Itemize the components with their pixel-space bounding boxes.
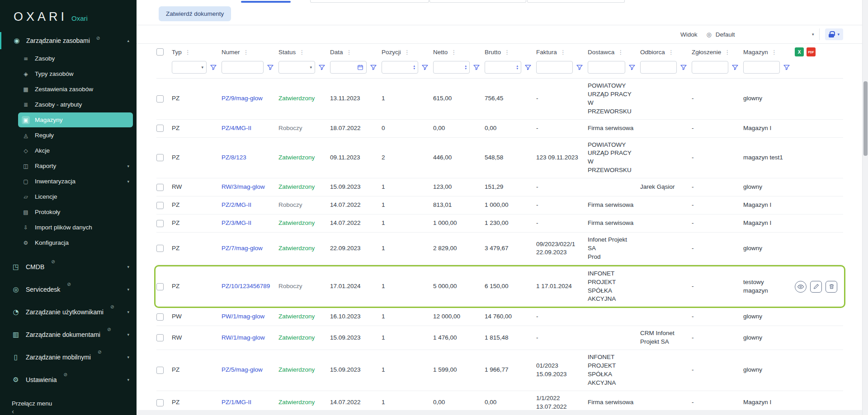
filter-funnel-icon[interactable] [421, 64, 429, 71]
row-checkbox[interactable] [156, 220, 164, 227]
tab-fragment[interactable] [310, 0, 429, 3]
column-menu-icon[interactable]: ⋮ [346, 49, 352, 56]
column-header-magazyn[interactable]: Magazyn⋮ [743, 49, 795, 56]
column-menu-icon[interactable]: ⋮ [668, 49, 674, 56]
filter-select-status[interactable]: ▾ [278, 61, 315, 74]
column-menu-icon[interactable]: ⋮ [299, 49, 305, 56]
column-header-brutto[interactable]: Brutto⋮ [485, 49, 536, 56]
edit-icon[interactable] [810, 281, 822, 293]
column-header-netto[interactable]: Netto⋮ [433, 49, 485, 56]
row-checkbox[interactable] [156, 399, 164, 406]
horizontal-scrollbar[interactable] [137, 410, 862, 415]
filter-funnel-icon[interactable] [267, 64, 274, 71]
approve-documents-button[interactable]: Zatwierdź dokumenty [159, 6, 231, 21]
document-number-link[interactable]: RW/3/mag-glow [222, 180, 278, 195]
view-preset-select[interactable]: ◎ Default ▾ [706, 31, 814, 38]
sidebar-section-cmdb[interactable]: ◳CMDB⊘▾ [0, 256, 137, 278]
document-number-link[interactable]: PZ/3/MG-II [222, 216, 278, 231]
column-header-odbiorca[interactable]: Odbiorca⋮ [640, 49, 692, 56]
sidebar-item-raporty[interactable]: ◫Raporty▾ [18, 159, 133, 173]
document-number-link[interactable]: PZ/8/123 [222, 150, 278, 165]
column-header-dostawca[interactable]: Dostawca⋮ [588, 49, 640, 56]
column-header-zgloszenie[interactable]: Zgłoszenie⋮ [692, 49, 743, 56]
document-number-link[interactable]: PZ/9/mag-glow [222, 91, 278, 106]
table-row-pz-8-123[interactable]: PZPZ/8/123Zatwierdzony09.11.20232446,005… [156, 138, 843, 179]
document-number-link[interactable]: PZ/5/mag-glow [222, 363, 278, 378]
sidebar-item-akcje[interactable]: ◇Akcje [18, 143, 133, 158]
document-number-link[interactable]: PZ/4/MG-II [222, 121, 278, 136]
filter-number-netto[interactable]: ▴▾ [433, 61, 470, 74]
column-menu-icon[interactable]: ⋮ [771, 49, 777, 56]
filter-date-data[interactable] [330, 61, 367, 74]
sidebar-item-zestawienia-zasobow[interactable]: ▦Zestawienia zasobów [18, 82, 133, 97]
filter-input-numer[interactable] [222, 61, 264, 74]
sidebar-section-zarzadzanie-uzytkownikami[interactable]: ◔Zarządzanie użytkownikami⊘▾ [0, 301, 137, 323]
sidebar-group-zarzadzanie-zasobami[interactable]: ◉ Zarządzanie zasobami ⊘ ▴ [0, 32, 137, 49]
collapse-menu-icon[interactable]: ‹ [8, 407, 137, 415]
document-number-link[interactable]: PZ/2/MG-II [222, 198, 278, 213]
row-checkbox[interactable] [156, 283, 164, 290]
table-row-pz-10-123456789[interactable]: PZPZ/10/123456789Roboczy17.01.202415 000… [154, 265, 845, 308]
vertical-scrollbar[interactable] [862, 0, 868, 415]
row-checkbox[interactable] [156, 367, 164, 374]
stepper-arrows-icon[interactable]: ▴▾ [413, 65, 415, 70]
row-checkbox[interactable] [156, 245, 164, 252]
filter-funnel-icon[interactable] [783, 64, 790, 71]
stepper-arrows-icon[interactable]: ▴▾ [516, 65, 518, 70]
table-row-pz-5-mag-glow[interactable]: PZPZ/5/mag-glowZatwierdzony15.09.202311 … [156, 350, 843, 391]
document-number-link[interactable]: PZ/10/123456789 [222, 279, 278, 294]
sidebar-item-magazyny[interactable]: ▣Magazyny [18, 112, 133, 127]
filter-funnel-icon[interactable] [524, 64, 532, 71]
pdf-export-icon[interactable]: PDF [807, 47, 816, 56]
sidebar-item-zasoby[interactable]: ≡Zasoby [18, 51, 133, 66]
delete-icon[interactable] [826, 281, 837, 293]
table-row-rw-1-mag-glow[interactable]: RWRW/1/mag-glowZatwierdzony15.09.202311 … [156, 326, 843, 350]
scrollbar-thumb[interactable] [863, 81, 868, 156]
sidebar-item-typy-zasobow[interactable]: ◈Typy zasobów [18, 66, 133, 81]
table-row-pz-3-mg-ii[interactable]: PZPZ/3/MG-IIZatwierdzony14.07.202211 000… [156, 214, 843, 233]
column-menu-icon[interactable]: ⋮ [185, 49, 191, 56]
lock-view-button[interactable]: ▾ [825, 28, 843, 40]
column-header-status[interactable]: Status⋮ [278, 49, 330, 56]
document-number-link[interactable]: RW/1/mag-glow [222, 331, 278, 345]
document-number-link[interactable]: PZ/7/mag-glow [222, 241, 278, 256]
filter-input-zgloszenie[interactable] [692, 61, 728, 74]
sidebar-section-zarzadzanie-dokumentami[interactable]: ▥Zarządzanie dokumentami⊘▾ [0, 323, 137, 346]
sidebar-item-import-plikow-danych[interactable]: ⇩Import plików danych [18, 220, 133, 235]
view-icon[interactable] [795, 281, 807, 293]
filter-input-magazyn[interactable] [743, 61, 780, 74]
table-row-pw-1-mag-glow[interactable]: PWPW/1/mag-glowZatwierdzony16.10.2023112… [156, 308, 843, 326]
filter-number-brutto[interactable]: ▴▾ [485, 61, 521, 74]
excel-export-icon[interactable]: X [795, 47, 804, 56]
filter-input-faktura[interactable] [536, 61, 573, 74]
filter-select-typ[interactable]: ▾ [172, 61, 207, 74]
sidebar-item-protokoly[interactable]: ▤Protokoły [18, 205, 133, 219]
column-menu-icon[interactable]: ⋮ [451, 49, 457, 56]
table-row-pz-4-mg-ii[interactable]: PZPZ/4/MG-IIRoboczy18.07.202200,000,00-F… [156, 120, 843, 138]
column-header-faktura[interactable]: Faktura⋮ [536, 49, 588, 56]
column-header-numer[interactable]: Numer⋮ [222, 49, 278, 56]
tab-fragment[interactable] [429, 0, 526, 3]
filter-funnel-icon[interactable] [628, 64, 636, 71]
row-checkbox[interactable] [156, 334, 164, 341]
row-checkbox[interactable] [156, 95, 164, 103]
row-checkbox[interactable] [156, 125, 164, 132]
filter-funnel-icon[interactable] [370, 64, 377, 71]
sidebar-item-licencje[interactable]: ▱Licencje [18, 189, 133, 204]
sidebar-item-zasoby-atrybuty[interactable]: ≣Zasoby - atrybuty [18, 97, 133, 112]
stepper-arrows-icon[interactable]: ▴▾ [465, 65, 467, 70]
filter-input-odbiorca[interactable] [640, 61, 677, 74]
document-number-link[interactable]: PZ/1/MG-II [222, 395, 278, 410]
column-menu-icon[interactable]: ⋮ [243, 49, 249, 56]
filter-input-dostawca[interactable] [588, 61, 625, 74]
filter-funnel-icon[interactable] [210, 64, 217, 71]
sidebar-item-inwentaryzacja[interactable]: ▢Inwentaryzacja▾ [18, 174, 133, 189]
tab-fragment[interactable] [527, 0, 625, 3]
filter-funnel-icon[interactable] [318, 64, 326, 71]
sidebar-section-servicedesk[interactable]: ◎Servicedesk⊘▾ [0, 278, 137, 301]
column-menu-icon[interactable]: ⋮ [618, 49, 623, 56]
sidebar-section-zarzadzanie-mobilnymi[interactable]: ▯Zarządzanie mobilnymi⊘▾ [0, 346, 137, 368]
row-checkbox[interactable] [156, 313, 164, 321]
filter-funnel-icon[interactable] [680, 64, 687, 71]
column-header-data[interactable]: Data⋮ [330, 49, 382, 56]
